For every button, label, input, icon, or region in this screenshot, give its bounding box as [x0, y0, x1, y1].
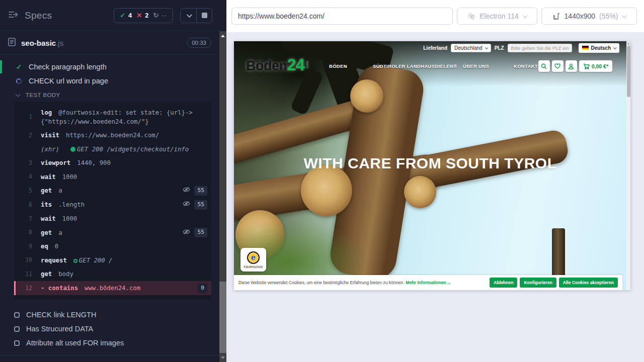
fail-cross-icon: ✕	[136, 12, 142, 19]
command-row[interactable]: 7wait1000	[14, 212, 211, 226]
test-title: Attribute alt used FOR images	[26, 339, 124, 347]
chevron-down-icon	[16, 92, 21, 97]
nav-boeden[interactable]: BÖDEN	[329, 63, 347, 69]
stat-pending: ↻--	[153, 12, 167, 19]
command-row[interactable]: 9eq0	[14, 240, 211, 253]
test-body-toggle[interactable]: TEST BODY	[0, 88, 219, 102]
cart-icon	[583, 63, 590, 69]
wishlist-button[interactable]	[552, 60, 564, 72]
test-list: ✓Check paragraph lengthCHECK url word in…	[0, 55, 219, 88]
test-running-spinner-icon	[16, 78, 22, 84]
chevron-down-icon	[622, 13, 627, 18]
cookie-more-info-link[interactable]: Mehr Informationen ...	[406, 280, 451, 285]
command-message: GET 200 /	[73, 257, 113, 264]
viewport-size-selector[interactable]: 1440x900 (55%)	[541, 8, 637, 25]
pass-check-icon: ✓	[120, 12, 125, 19]
scroll-up-arrow[interactable]	[219, 32, 226, 39]
invisible-eye-icon	[183, 200, 190, 209]
command-row[interactable]: (xhr)GET 200 /widgets/checkout/info	[14, 142, 211, 156]
scrollbar-thumb[interactable]	[219, 282, 226, 353]
test-title: CHECK url word in page	[29, 77, 108, 85]
command-name: viewport	[41, 159, 70, 166]
nav-ueber-uns[interactable]: ÜBER UNS	[463, 63, 489, 69]
cookie-text: Diese Website verwendet Cookies, um eine…	[238, 280, 451, 285]
test-row[interactable]: ✓Check paragraph length	[0, 60, 219, 74]
search-icon	[541, 63, 547, 69]
collapse-all-button[interactable]	[181, 9, 196, 23]
command-message: www.böden24.com	[85, 285, 140, 292]
command-message: https://www.boeden24.com/	[66, 132, 159, 139]
divider	[0, 355, 219, 355]
electron-icon	[468, 13, 475, 20]
command-message: GET 200 /widgets/checkout/info	[70, 146, 189, 153]
specs-label[interactable]: Specs	[25, 10, 52, 21]
refresh-icon: ↻	[153, 12, 158, 19]
cookie-configure-button[interactable]: Konfigurieren	[520, 278, 556, 288]
command-row[interactable]: 8geta55	[14, 226, 211, 240]
shipping-country-label: Lieferland	[423, 45, 447, 51]
spec-file-row[interactable]: seo-basic .js 00:33	[0, 31, 219, 55]
pending-test-row[interactable]: Has Strucured DATA	[0, 322, 219, 336]
stop-run-button[interactable]	[196, 9, 212, 23]
site-logo[interactable]: Böden24com	[246, 55, 309, 74]
command-row-failed[interactable]: 12- containswww.böden24.com0	[14, 281, 211, 295]
trusted-shops-icon: e	[247, 251, 260, 264]
cookie-decline-button[interactable]: Ablehnen	[490, 278, 517, 288]
nav-landhausdielen[interactable]: SÜDTIROLER LANDHAUSDIELEN®	[373, 63, 457, 69]
german-flag-icon	[582, 46, 589, 50]
command-row[interactable]: 6its.length55	[14, 198, 211, 212]
command-row[interactable]: 10requestGET 200 /	[14, 253, 211, 267]
sidebar-scrollbar[interactable]	[219, 31, 226, 362]
command-name: - contains	[41, 285, 78, 292]
shipping-country-select[interactable]: Deutschland	[451, 44, 491, 52]
user-icon	[568, 63, 574, 69]
command-name: get	[41, 187, 52, 194]
command-row[interactable]: 5geta55	[14, 184, 211, 198]
command-message: .length	[58, 201, 85, 208]
kaeuferschutz-badge[interactable]: e Käuferschutz	[240, 248, 266, 272]
hero-heading: WITH CARE FROM SOUTH TYROL	[234, 155, 626, 172]
url-input[interactable]: https://www.boeden24.com/	[231, 8, 453, 25]
pending-test-icon	[14, 326, 20, 332]
site-topbar: Lieferland Deutschland PLZ Bitte geben S…	[234, 43, 626, 53]
spec-name: seo-basic	[21, 39, 56, 47]
browser-selector[interactable]: Electron 114	[457, 8, 537, 25]
reporter-buttons	[180, 8, 212, 23]
search-button[interactable]	[538, 60, 550, 72]
nav-kontakt[interactable]: KONTAKT	[514, 63, 538, 69]
command-message: @fourtwosix-edit: set state: {url}-> {"h…	[41, 109, 193, 125]
cart-button[interactable]: 0,00 €*	[579, 60, 612, 72]
specs-menu-icon[interactable]	[8, 11, 18, 21]
chevron-down-icon	[523, 13, 528, 18]
command-message: body	[58, 270, 73, 278]
pending-test-icon	[14, 340, 20, 346]
site-scrollbar-thumb[interactable]	[627, 46, 630, 97]
url-text: https://www.boeden24.com/	[238, 12, 325, 20]
chevron-down-icon	[485, 46, 488, 49]
command-name: wait	[41, 215, 56, 222]
command-row[interactable]: 2visithttps://www.boeden24.com/	[14, 129, 211, 142]
cookie-accept-all-button[interactable]: Alle Cookies akzeptieren	[559, 278, 618, 288]
pending-test-icon	[14, 312, 20, 318]
command-row[interactable]: 11getbody	[14, 267, 211, 281]
spec-extension: .js	[56, 39, 63, 47]
command-message: 1440, 900	[77, 159, 111, 166]
account-button[interactable]	[566, 60, 577, 72]
command-name: visit	[41, 132, 59, 139]
chevron-down-icon	[186, 12, 192, 17]
command-message: 0	[55, 243, 58, 250]
language-selector[interactable]: Deutsch	[579, 43, 619, 53]
test-row[interactable]: CHECK url word in page	[0, 74, 219, 88]
site-scrollbar[interactable]	[626, 41, 630, 290]
command-row[interactable]: 1log@fourtwosix-edit: set state: {url}->…	[14, 106, 211, 129]
command-row[interactable]: 4wait1000	[14, 170, 211, 184]
plz-input[interactable]: Bitte geben Sie die PLZ ein	[508, 44, 572, 52]
cypress-reporter-sidebar: Specs ✓4 ✕2 ↻-- seo-basic .j	[0, 0, 226, 362]
pending-test-row[interactable]: Attribute alt used FOR images	[0, 336, 219, 350]
command-row[interactable]: 3viewport1440, 900	[14, 156, 211, 170]
pending-test-row[interactable]: CHECK link LENGTH	[0, 308, 219, 322]
test-title: CHECK link LENGTH	[26, 311, 96, 319]
website-frame: Lieferland Deutschland PLZ Bitte geben S…	[234, 41, 630, 290]
scroll-down-arrow[interactable]	[219, 354, 226, 361]
site-scroll-up-arrow[interactable]	[626, 41, 630, 46]
